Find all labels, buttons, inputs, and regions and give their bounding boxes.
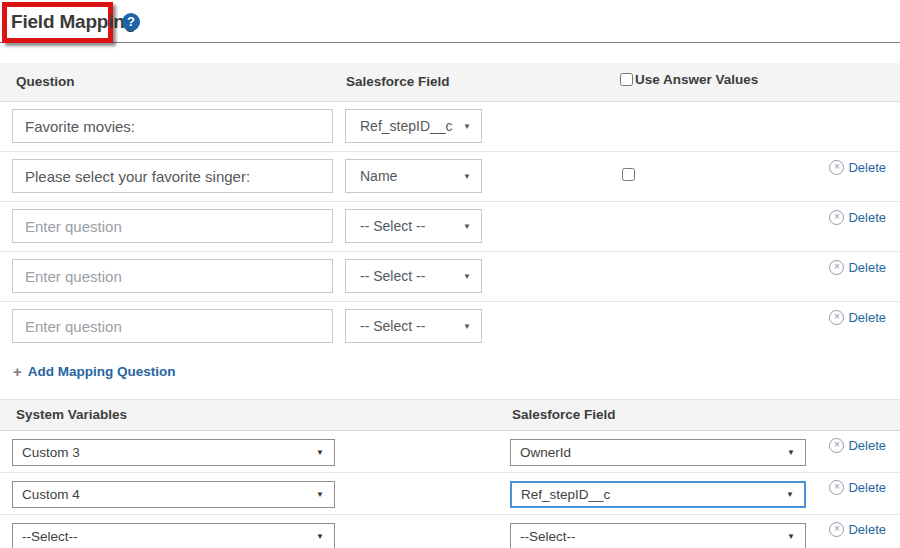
question-input[interactable]: [12, 259, 333, 293]
selected-value: --Select--: [22, 529, 78, 544]
delete-button[interactable]: × Delete: [829, 310, 886, 325]
question-input[interactable]: [12, 109, 333, 143]
delete-label: Delete: [848, 480, 886, 495]
chevron-down-icon: ▼: [463, 122, 471, 131]
system-variable-row: --Select-- ▼ --Select-- ▼ × Delete: [0, 514, 900, 548]
page-title: Field Mapping: [11, 11, 136, 33]
delete-label: Delete: [848, 310, 886, 325]
chevron-down-icon: ▼: [787, 532, 795, 541]
system-variable-row: Custom 3 ▼ OwnerId ▼ × Delete: [0, 431, 900, 472]
salesforce-field-select[interactable]: --Select-- ▼: [510, 523, 806, 548]
selected-value: -- Select --: [360, 318, 425, 334]
chevron-down-icon: ▼: [316, 490, 324, 499]
delete-button[interactable]: × Delete: [829, 210, 886, 225]
circle-x-icon: ×: [829, 210, 844, 225]
selected-value: Name: [360, 168, 397, 184]
salesforce-field-select[interactable]: -- Select -- ▼: [345, 209, 482, 243]
delete-button[interactable]: × Delete: [829, 522, 886, 537]
question-row: -- Select -- ▼ × Delete: [0, 201, 900, 251]
chevron-down-icon: ▼: [463, 322, 471, 331]
selected-value: Custom 3: [22, 445, 80, 460]
salesforce-field-select[interactable]: Ref_stepID__c ▼: [345, 109, 482, 143]
chevron-down-icon: ▼: [786, 490, 794, 499]
chevron-down-icon: ▼: [463, 222, 471, 231]
selected-value: -- Select --: [360, 218, 425, 234]
selected-value: Custom 4: [22, 487, 80, 502]
delete-label: Delete: [848, 210, 886, 225]
use-answer-values-header-checkbox[interactable]: [620, 73, 633, 86]
selected-value: Ref_stepID__c: [521, 487, 610, 502]
delete-button[interactable]: × Delete: [829, 480, 886, 495]
plus-icon: +: [13, 363, 22, 380]
add-mapping-question-button[interactable]: + Add Mapping Question: [13, 363, 176, 380]
header-question: Question: [16, 74, 75, 89]
header-salesforce-field: Salesforce Field: [346, 74, 450, 89]
delete-label: Delete: [848, 438, 886, 453]
selected-value: --Select--: [520, 529, 576, 544]
selected-value: -- Select --: [360, 268, 425, 284]
circle-x-icon: ×: [829, 260, 844, 275]
delete-label: Delete: [848, 260, 886, 275]
delete-label: Delete: [848, 160, 886, 175]
circle-x-icon: ×: [829, 522, 844, 537]
question-row: -- Select -- ▼ × Delete: [0, 251, 900, 301]
circle-x-icon: ×: [829, 310, 844, 325]
delete-button[interactable]: × Delete: [829, 260, 886, 275]
delete-label: Delete: [848, 522, 886, 537]
system-variable-select[interactable]: Custom 3 ▼: [12, 439, 335, 466]
system-table-header: System Variables Salesforce Field: [0, 399, 900, 431]
question-table-header: Question Salesforce Field Use Answer Val…: [0, 63, 900, 102]
chevron-down-icon: ▼: [787, 448, 795, 457]
question-row: Name ▼ × Delete: [0, 151, 900, 201]
chevron-down-icon: ▼: [463, 272, 471, 281]
add-mapping-question-label: Add Mapping Question: [28, 364, 176, 379]
chevron-down-icon: ▼: [463, 172, 471, 181]
header-use-answer-values: Use Answer Values: [620, 72, 758, 87]
system-variables-table: System Variables Salesforce Field Custom…: [0, 399, 900, 548]
question-row: Ref_stepID__c ▼: [0, 102, 900, 151]
question-row: -- Select -- ▼ × Delete: [0, 301, 900, 351]
delete-button[interactable]: × Delete: [829, 438, 886, 453]
question-input[interactable]: [12, 309, 333, 343]
selected-value: OwnerId: [520, 445, 571, 460]
selected-value: Ref_stepID__c: [360, 118, 453, 134]
header-salesforce-field: Salesforce Field: [512, 407, 616, 422]
delete-button[interactable]: × Delete: [829, 160, 886, 175]
salesforce-field-select[interactable]: -- Select -- ▼: [345, 309, 482, 343]
use-answer-values-label: Use Answer Values: [635, 72, 758, 87]
question-mapping-table: Question Salesforce Field Use Answer Val…: [0, 63, 900, 351]
chevron-down-icon: ▼: [316, 448, 324, 457]
salesforce-field-select[interactable]: Name ▼: [345, 159, 482, 193]
salesforce-field-select[interactable]: -- Select -- ▼: [345, 259, 482, 293]
help-icon[interactable]: ?: [122, 13, 140, 31]
system-variable-select[interactable]: --Select-- ▼: [12, 523, 335, 548]
system-variable-row: Custom 4 ▼ Ref_stepID__c ▼ × Delete: [0, 472, 900, 514]
salesforce-field-select-focused[interactable]: Ref_stepID__c ▼: [510, 481, 806, 508]
question-input[interactable]: [12, 159, 333, 193]
header-system-variables: System Variables: [16, 407, 127, 422]
system-variable-select[interactable]: Custom 4 ▼: [12, 481, 335, 508]
salesforce-field-select[interactable]: OwnerId ▼: [510, 439, 806, 466]
circle-x-icon: ×: [829, 438, 844, 453]
title-divider: [0, 42, 900, 43]
circle-x-icon: ×: [829, 480, 844, 495]
use-answer-values-checkbox[interactable]: [622, 168, 635, 181]
chevron-down-icon: ▼: [316, 532, 324, 541]
circle-x-icon: ×: [829, 160, 844, 175]
question-input[interactable]: [12, 209, 333, 243]
